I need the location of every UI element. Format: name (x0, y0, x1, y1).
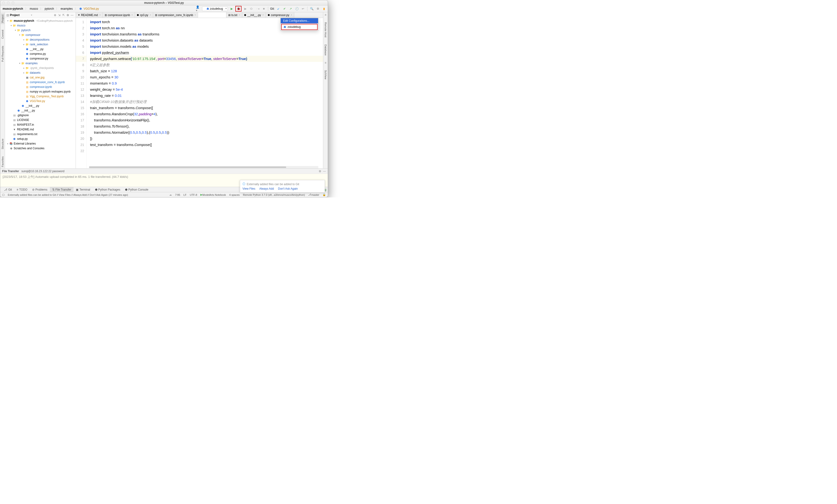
ide-plugin-icon[interactable]: ▮ (322, 6, 326, 11)
line-separator[interactable]: LF (183, 193, 186, 196)
interpreter-status[interactable]: Remote Python 3.7.0 (sft...a3/envs/musco… (243, 193, 305, 196)
tree-item[interactable]: ▾📁musco (5, 23, 76, 28)
rollback-icon[interactable]: ↩ (301, 6, 305, 11)
editor-tab[interactable]: ▼README.md× (76, 12, 103, 18)
tree-item[interactable]: ⬢__init__.py (5, 104, 76, 108)
hide-icon[interactable]: — (70, 14, 74, 17)
stop-icon[interactable]: ■ (261, 6, 266, 11)
collapse-all-icon[interactable]: ⇱ (61, 14, 66, 17)
tree-item[interactable]: ▤.gitignore (5, 113, 76, 118)
editor-tab[interactable]: ⬢cp3.py× (135, 12, 153, 18)
editor-tab[interactable]: ▥compression_conv_fc.ipynb× (153, 12, 198, 18)
search-icon[interactable]: 🔍 (309, 6, 314, 11)
edit-configurations-item[interactable]: Edit Configurations... (281, 18, 318, 23)
settings-icon[interactable]: ✿ (66, 14, 70, 17)
scratches[interactable]: ⊚Scratches and Consoles (5, 146, 76, 151)
debug-icon[interactable]: 🐞 (236, 6, 241, 11)
update-project-icon[interactable]: ↙ (276, 6, 281, 11)
tree-item[interactable]: ▾📁pytorch (5, 28, 76, 33)
coverage-icon[interactable]: ▶ (243, 6, 248, 11)
ide-settings-icon[interactable]: ⚙ (316, 6, 320, 11)
hide-icon[interactable]: — (323, 170, 326, 173)
run-config-selector[interactable]: ☗ zstudebug (202, 6, 228, 11)
terminal-tool-tab[interactable]: ▣ Terminal (73, 187, 92, 192)
git-branch[interactable]: master (311, 193, 319, 196)
tree-item[interactable]: ▸📁decompositions (5, 37, 76, 42)
zoom-window-icon[interactable] (12, 1, 14, 4)
tree-item[interactable]: ⬢__init__.py (5, 47, 76, 52)
database-tool-tab[interactable]: Database (324, 43, 327, 57)
file-transfer-tool-tab[interactable]: ⇅ File Transfer (50, 187, 74, 192)
commit-tool-tab[interactable]: Commit (1, 29, 4, 40)
todo-tool-tab[interactable]: ≡ TODO (14, 187, 30, 192)
tree-root[interactable]: ▾📁musco-pytorch~/Coding/Python/musco-pyt… (5, 18, 76, 23)
console-output[interactable]: [2023/5/17, 18:53 上午] Automatic upload c… (0, 173, 328, 187)
dont-ask-link[interactable]: Don't Ask Again (278, 187, 298, 190)
project-tree[interactable]: ▾📁musco-pytorch~/Coding/Python/musco-pyt… (5, 18, 76, 168)
tree-item[interactable]: ▾📁compressor (5, 33, 76, 37)
editor-tab[interactable] (198, 12, 226, 18)
ext-libraries[interactable]: ▸📚External Libraries (5, 141, 76, 146)
tree-item[interactable]: ▥compressor.ipynb (5, 85, 76, 89)
branch-icon[interactable]: ⎇ (308, 193, 311, 196)
lock-icon[interactable]: 🔒 (323, 193, 326, 196)
tree-item[interactable]: ▦cat_one.jpg (5, 75, 76, 80)
tree-item[interactable]: ▤LICENSE (5, 118, 76, 122)
tree-item[interactable]: ⬢compressor.py (5, 56, 76, 61)
tree-item[interactable]: ▸📁rank_selection (5, 42, 76, 47)
horizontal-scrollbar[interactable] (89, 166, 318, 168)
git-tool-tab[interactable]: ⎇ Git (2, 187, 14, 192)
favorites-tool-tab[interactable]: Favorites (1, 155, 4, 168)
commit-icon[interactable]: ✔ (282, 6, 287, 11)
editor-tab[interactable]: ⬢__init__.py× (242, 12, 266, 18)
python-console-tool-tab[interactable]: ⬢ Python Console (123, 187, 151, 192)
tree-item[interactable]: ▼README.md (5, 127, 76, 132)
config-item-zstudebug[interactable]: ☗zstudebug (281, 24, 318, 30)
caret-position[interactable]: 7:95 (175, 193, 180, 196)
breadcrumb[interactable]: musco-pytorch〉 musco〉 pytorch〉 examples〉… (2, 7, 196, 11)
sciview-tool-tab[interactable]: SciView (324, 69, 327, 81)
user-icon[interactable]: 👤▾ (196, 6, 201, 11)
locate-icon[interactable]: ⊕ (53, 14, 57, 17)
file-encoding[interactable]: UTF-8 (190, 193, 197, 196)
tree-item[interactable]: ⬢compress.py (5, 52, 76, 56)
python-packages-tool-tab[interactable]: ⬢ Python Packages (93, 187, 123, 192)
more-run-icon[interactable]: ⋯▾ (255, 6, 260, 11)
deploy-icon[interactable]: ▶ (200, 193, 202, 196)
profile-icon[interactable]: ⏲ (249, 6, 254, 11)
notebook-status[interactable]: ModelArts Notebook (202, 193, 226, 196)
minimize-window-icon[interactable] (7, 1, 10, 4)
tree-item[interactable]: ▾📁examples (5, 61, 76, 66)
tree-item[interactable]: ▸📁.ipynb_checkpoints (5, 66, 76, 70)
run-icon[interactable]: ▶ (229, 6, 234, 11)
settings-icon[interactable]: ✿ (319, 170, 321, 173)
history-icon[interactable]: 🕘 (295, 6, 299, 11)
tree-item[interactable]: ⬢__init__.py (5, 108, 76, 113)
close-window-icon[interactable] (2, 1, 5, 4)
tree-item[interactable]: ▤requirements.txt (5, 132, 76, 136)
tree-item[interactable]: ⬢VGGTest.py (5, 99, 76, 104)
expand-all-icon[interactable]: ⇲ (57, 14, 61, 17)
indexing-icon[interactable]: ☁ (169, 193, 172, 196)
project-tool-tab[interactable]: Project (1, 13, 4, 24)
always-add-link[interactable]: Always Add (259, 187, 274, 190)
tree-item[interactable]: ⬢setup.py (5, 136, 76, 141)
pull-requests-tool-tab[interactable]: Pull Requests (1, 44, 4, 63)
problems-tool-tab[interactable]: ⊘ Problems (30, 187, 50, 192)
view-files-link[interactable]: View Files (243, 187, 255, 190)
indent-status[interactable]: 4 spaces (229, 193, 239, 196)
tree-item[interactable]: ▥numpy vs pytorh reshapes.ipynb (5, 89, 76, 94)
editor-tabs[interactable]: ▼README.md×▥compressor.ipynb×⬢cp3.py×▥co… (76, 12, 323, 18)
structure-tool-tab[interactable]: Structure (1, 137, 4, 151)
editor[interactable]: ● 1 ▲ 3 ▲ 31 ✔ 5 ˆ ˇ 1234567891011121314… (76, 18, 323, 168)
remote-host-tool-tab[interactable]: Remote Host (324, 21, 327, 39)
push-icon[interactable]: ↗ (288, 6, 293, 11)
status-icon[interactable]: ▢ (2, 193, 4, 196)
tree-item[interactable]: ▤MANIFEST.in (5, 122, 76, 127)
tree-item[interactable]: ▥compression_conv_fc.ipynb (5, 80, 76, 85)
editor-tab[interactable]: ▤ts.txt× (226, 12, 242, 18)
editor-code[interactable]: import torchimport torch.nn as nnimport … (87, 18, 323, 168)
editor-tab[interactable]: ▥compressor.ipynb× (103, 12, 135, 18)
editor-tab[interactable]: ⬢compressor.py× (266, 12, 294, 18)
tree-item[interactable]: ▸📁datasets (5, 70, 76, 75)
